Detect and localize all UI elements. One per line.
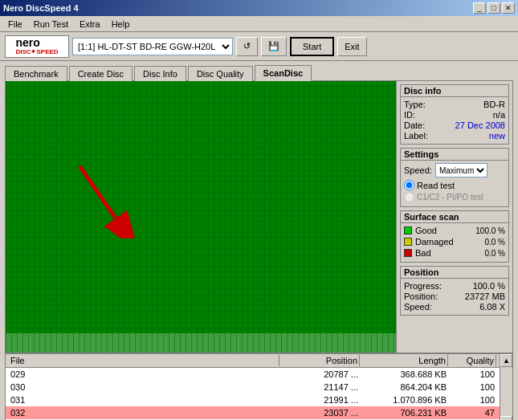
save-button[interactable]: 💾 <box>261 37 287 56</box>
disc-label-label: Label: <box>404 131 428 141</box>
len-cell-031: 1.070.896 KB <box>360 395 448 405</box>
read-test-radio[interactable] <box>404 180 414 190</box>
good-pct: 100.0 % <box>475 226 505 235</box>
bad-pct: 0.0 % <box>484 249 505 258</box>
toolbar: nero DISC✦SPEED [1:1] HL-DT-ST BD-RE GGW… <box>0 32 518 61</box>
refresh-button[interactable]: ↺ <box>236 37 258 56</box>
len-cell-032: 706.231 KB <box>360 408 448 418</box>
nero-logo: nero DISC✦SPEED <box>5 35 69 58</box>
tab-create-disc[interactable]: Create Disc <box>69 66 133 81</box>
surface-scan-title: Surface scan <box>401 211 508 223</box>
maximize-button[interactable]: □ <box>487 2 500 14</box>
scan-bottom-row <box>6 333 396 353</box>
green-scan-blocks <box>6 81 396 333</box>
file-list-container: File Position Length Quality 029 20787 .… <box>5 353 513 420</box>
damaged-pct: 0.0 % <box>484 238 505 247</box>
good-label: Good <box>415 226 437 235</box>
arrow-overlay <box>63 158 144 240</box>
c1c2-label: C1/C2 - PI/PO test <box>417 193 483 202</box>
pos-cell-029: 20787 ... <box>279 369 360 379</box>
scan-grid <box>6 81 396 333</box>
surface-scan-section: Surface scan Good 100.0 % Damaged 0.0 % … <box>400 210 509 263</box>
main-content: Disc info Type: BD-R ID: n/a Date: 27 De… <box>5 80 513 353</box>
title-bar: Nero DiscSpeed 4 _ □ ✕ <box>0 0 518 16</box>
pos-cell-031: 21991 ... <box>279 395 360 405</box>
col-length: Length <box>360 355 448 366</box>
menu-help[interactable]: Help <box>107 18 135 31</box>
speed-label: Speed: <box>404 165 432 175</box>
file-cell-030: 030 <box>9 382 279 392</box>
damaged-label: Damaged <box>415 237 454 247</box>
col-file: File <box>9 355 279 366</box>
pos-cell-032: 23037 ... <box>279 408 360 418</box>
table-row[interactable]: 029 20787 ... 368.688 KB 100 <box>6 368 500 381</box>
progress-value: 100.0 % <box>473 281 505 291</box>
position-title: Position <box>401 267 508 279</box>
settings-title: Settings <box>401 149 508 161</box>
window-controls[interactable]: _ □ ✕ <box>473 2 515 14</box>
speed-select[interactable]: Maximum <box>435 163 487 177</box>
menu-run-test[interactable]: Run Test <box>29 18 73 31</box>
file-list-header: File Position Length Quality <box>6 354 500 368</box>
table-row[interactable]: 032 23037 ... 706.231 KB 47 <box>6 406 500 419</box>
bad-color-indicator <box>404 249 412 257</box>
disc-label-value: new <box>489 131 505 141</box>
menu-extra[interactable]: Extra <box>75 18 105 31</box>
table-row[interactable]: 030 21147 ... 864.204 KB 100 <box>6 381 500 393</box>
tab-scandisc[interactable]: ScanDisc <box>255 65 312 81</box>
tab-benchmark[interactable]: Benchmark <box>5 66 67 81</box>
file-cell-032: 032 <box>9 408 279 418</box>
progress-label: Progress: <box>404 281 442 291</box>
col-quality: Quality <box>448 355 496 366</box>
file-cell-029: 029 <box>9 369 279 379</box>
tab-disc-info[interactable]: Disc Info <box>134 66 186 81</box>
minimize-button[interactable]: _ <box>473 2 486 14</box>
speed-pos-label: Speed: <box>404 302 432 312</box>
good-color-indicator <box>404 226 412 234</box>
type-label: Type: <box>404 100 426 109</box>
chart-area <box>6 81 396 353</box>
drive-select[interactable]: [1:1] HL-DT-ST BD-RE GGW-H20L YL05 <box>72 38 233 55</box>
exit-button[interactable]: Exit <box>337 37 366 56</box>
tab-disc-quality[interactable]: Disc Quality <box>188 66 253 81</box>
read-test-label: Read test <box>417 181 455 190</box>
pos-label: Position: <box>404 292 438 301</box>
bad-label: Bad <box>415 248 431 258</box>
close-button[interactable]: ✕ <box>502 2 515 14</box>
qual-cell-030: 100 <box>448 382 496 392</box>
date-value: 27 Dec 2008 <box>455 120 505 130</box>
id-value: n/a <box>493 110 505 120</box>
damaged-color-indicator <box>404 238 412 246</box>
right-panel: Disc info Type: BD-R ID: n/a Date: 27 De… <box>396 81 512 353</box>
disc-info-section: Disc info Type: BD-R ID: n/a Date: 27 De… <box>400 84 509 145</box>
pos-cell-030: 21147 ... <box>279 382 360 392</box>
scroll-down-button[interactable]: ▼ <box>500 416 512 420</box>
scrollbar-v[interactable]: ▲ ▼ <box>500 354 512 420</box>
id-label: ID: <box>404 110 415 120</box>
file-list-body: 029 20787 ... 368.688 KB 100 030 21147 .… <box>6 368 500 420</box>
settings-section: Settings Speed: Maximum Read test C1/C2 … <box>400 148 509 207</box>
tab-bar: Benchmark Create Disc Disc Info Disc Qua… <box>0 61 518 80</box>
c1c2-radio[interactable] <box>404 192 414 202</box>
len-cell-030: 864.204 KB <box>360 382 448 392</box>
col-position: Position <box>279 355 360 366</box>
qual-cell-032: 47 <box>448 408 496 418</box>
svg-line-1 <box>80 166 116 218</box>
speed-pos-value: 6.08 X <box>479 302 505 312</box>
len-cell-029: 368.688 KB <box>360 369 448 379</box>
menu-file[interactable]: File <box>3 18 27 31</box>
menu-bar: File Run Test Extra Help <box>0 16 518 32</box>
app-title: Nero DiscSpeed 4 <box>3 3 79 13</box>
qual-cell-029: 100 <box>448 369 496 379</box>
scroll-up-button[interactable]: ▲ <box>500 354 512 367</box>
date-label: Date: <box>404 120 425 130</box>
pos-value: 23727 MB <box>465 292 505 301</box>
disc-info-title: Disc info <box>401 85 508 97</box>
qual-cell-031: 100 <box>448 395 496 405</box>
file-cell-031: 031 <box>9 395 279 405</box>
table-row[interactable]: 031 21991 ... 1.070.896 KB 100 <box>6 393 500 406</box>
position-section: Position Progress: 100.0 % Position: 237… <box>400 266 509 316</box>
type-value: BD-R <box>483 100 505 109</box>
start-button[interactable]: Start <box>290 37 334 56</box>
